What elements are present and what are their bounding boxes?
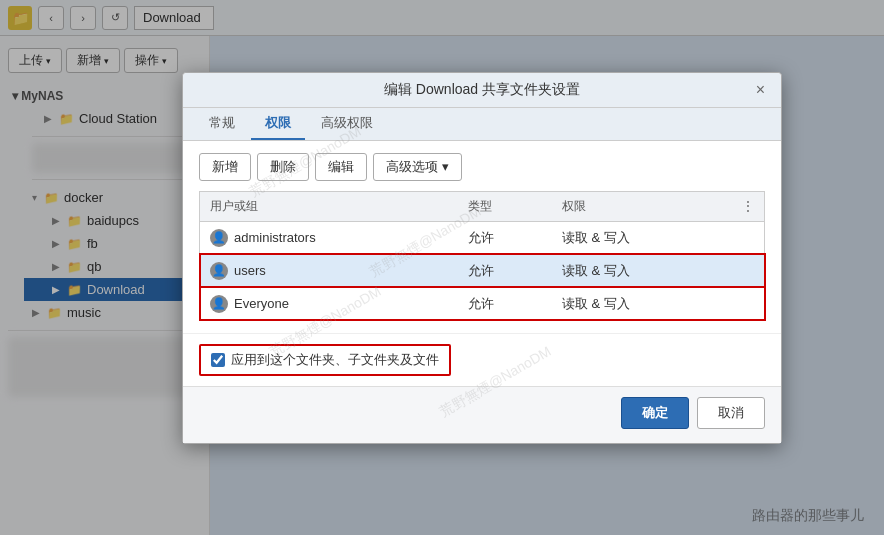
permission-cell: 读取 & 写入 [552, 254, 732, 287]
user-avatar: 👤 [210, 229, 228, 247]
add-permission-button[interactable]: 新增 [199, 153, 251, 181]
delete-permission-button[interactable]: 删除 [257, 153, 309, 181]
tab-advanced[interactable]: 高级权限 [307, 108, 387, 140]
permission-cell: 读取 & 写入 [552, 221, 732, 254]
more-cell[interactable] [732, 221, 765, 254]
cancel-button[interactable]: 取消 [697, 397, 765, 429]
confirm-button[interactable]: 确定 [621, 397, 689, 429]
tab-permissions[interactable]: 权限 [251, 108, 305, 140]
modal-overlay: 荒野無煙@NanoDM 荒野無煙@NanoDM 荒野無煙@NanoDM 荒野無煙… [0, 0, 884, 535]
modal-dialog: 荒野無煙@NanoDM 荒野無煙@NanoDM 荒野無煙@NanoDM 荒野無煙… [182, 72, 782, 444]
modal-header: 编辑 Download 共享文件夹设置 × [183, 73, 781, 108]
col-header-permission: 权限 [552, 191, 732, 221]
user-icon-users: 👤 users [210, 262, 266, 280]
modal-tabs: 常规 权限 高级权限 [183, 108, 781, 141]
modal-title: 编辑 Download 共享文件夹设置 [384, 81, 580, 99]
col-header-more: ⋮ [732, 191, 765, 221]
user-group-cell: 👤 Everyone [200, 287, 458, 320]
col-header-user-group: 用户或组 [200, 191, 458, 221]
permission-actions: 新增 删除 编辑 高级选项 ▾ [199, 153, 765, 181]
modal-footer-apply: 应用到这个文件夹、子文件夹及文件 [183, 333, 781, 386]
modal-body: 新增 删除 编辑 高级选项 ▾ 用户或组 类型 权限 [183, 141, 781, 333]
modal-footer: 确定 取消 [183, 386, 781, 443]
permission-cell: 读取 & 写入 [552, 287, 732, 320]
edit-permission-button[interactable]: 编辑 [315, 153, 367, 181]
modal-close-button[interactable]: × [750, 79, 771, 101]
user-icon-everyone: 👤 Everyone [210, 295, 289, 313]
apply-checkbox-label[interactable]: 应用到这个文件夹、子文件夹及文件 [199, 344, 451, 376]
permissions-table: 用户或组 类型 权限 ⋮ 👤 administrator [199, 191, 765, 321]
table-row[interactable]: 👤 users 允许 读取 & 写入 [200, 254, 765, 287]
advanced-options-button[interactable]: 高级选项 ▾ [373, 153, 462, 181]
apply-checkbox[interactable] [211, 353, 225, 367]
table-row[interactable]: 👤 administrators 允许 读取 & 写入 [200, 221, 765, 254]
type-cell: 允许 [458, 254, 552, 287]
file-manager: 📁 ‹ › ↺ Download 上传 ▾ 新增 ▾ 操作 ▾ [0, 0, 884, 535]
tab-general[interactable]: 常规 [195, 108, 249, 140]
table-header-row: 用户或组 类型 权限 ⋮ [200, 191, 765, 221]
user-avatar: 👤 [210, 295, 228, 313]
user-icon-administrators: 👤 administrators [210, 229, 316, 247]
col-header-type: 类型 [458, 191, 552, 221]
type-cell: 允许 [458, 287, 552, 320]
type-cell: 允许 [458, 221, 552, 254]
table-row[interactable]: 👤 Everyone 允许 读取 & 写入 [200, 287, 765, 320]
apply-label: 应用到这个文件夹、子文件夹及文件 [231, 351, 439, 369]
more-cell[interactable] [732, 254, 765, 287]
user-group-cell: 👤 users [200, 254, 458, 287]
more-cell[interactable] [732, 287, 765, 320]
user-avatar: 👤 [210, 262, 228, 280]
user-group-cell: 👤 administrators [200, 221, 458, 254]
